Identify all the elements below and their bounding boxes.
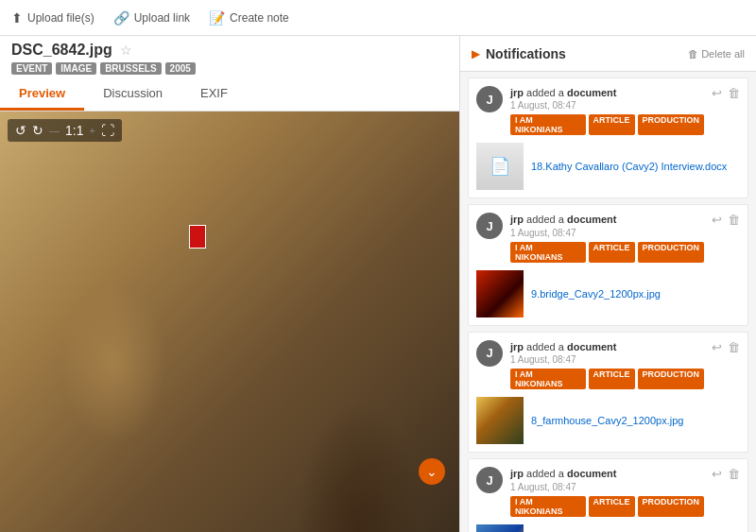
notif-tag-nikon[interactable]: I AM NIKONIANS xyxy=(510,369,586,389)
tag-event[interactable]: EVENT xyxy=(11,62,52,75)
avatar: J xyxy=(476,340,503,367)
notification-item: J jrp added a document 1 August, 08:47 I… xyxy=(468,204,748,325)
notif-tag-article[interactable]: ARTICLE xyxy=(589,369,635,389)
delete-notif-icon[interactable]: 🗑 xyxy=(728,86,740,100)
file-name-link[interactable]: 18.Kathy Cavallaro (Cavy2) Interview.doc… xyxy=(531,161,727,172)
favorite-star-icon[interactable]: ☆ xyxy=(120,43,132,58)
notif-tags: I AM NIKONIANS ARTICLE PRODUCTION xyxy=(510,114,704,135)
tab-discussion[interactable]: Discussion xyxy=(84,78,181,111)
photo-overlay xyxy=(0,112,459,532)
file-preview: 9.bridge_Cavy2_1200px.jpg xyxy=(476,270,740,317)
rotate-right-icon[interactable]: ↻ xyxy=(32,123,43,138)
reply-icon[interactable]: ↩ xyxy=(712,340,722,354)
image-viewer: ↺ ↻ — 1:1 + ⛶ ⌄ Author bgs Date shared 1… xyxy=(0,112,459,532)
notif-time: 1 August, 08:47 xyxy=(510,354,704,365)
file-name-link[interactable]: 8_farmhouse_Cavy2_1200px.jpg xyxy=(531,415,683,426)
notif-text: jrp added a document xyxy=(510,467,704,481)
file-thumbnail: 📄 xyxy=(476,143,524,190)
upload-files-icon: ⬆ xyxy=(11,10,23,26)
tag-brussels[interactable]: BRUSSELS xyxy=(100,62,161,75)
notif-text: jrp added a document xyxy=(510,86,704,100)
notifications-list: J jrp added a document 1 August, 08:47 I… xyxy=(460,72,756,532)
file-tags: EVENT IMAGE BRUSSELS 2005 xyxy=(11,62,448,75)
file-title: DSC_6842.jpg xyxy=(11,42,112,59)
delete-all-button[interactable]: 🗑 Delete all xyxy=(688,48,745,60)
notif-tags: I AM NIKONIANS ARTICLE PRODUCTION xyxy=(510,242,704,263)
notifications-header: ▶ Notifications 🗑 Delete all xyxy=(460,36,756,72)
file-name-link[interactable]: 9.bridge_Cavy2_1200px.jpg xyxy=(531,288,661,300)
tab-preview[interactable]: Preview xyxy=(0,78,84,111)
tag-image[interactable]: IMAGE xyxy=(56,62,96,75)
notif-tag-production[interactable]: PRODUCTION xyxy=(638,242,705,263)
tab-exif[interactable]: EXIF xyxy=(181,78,247,111)
file-thumbnail xyxy=(476,524,524,532)
delete-notif-icon[interactable]: 🗑 xyxy=(728,467,740,481)
red-sign xyxy=(189,225,206,249)
right-panel: ▶ Notifications 🗑 Delete all J jrp added… xyxy=(460,36,756,532)
file-preview: 7.sunrise_Cavy2_1200px.jpg xyxy=(476,524,740,532)
delete-all-icon: 🗑 xyxy=(688,48,698,60)
notif-tag-nikon[interactable]: I AM NIKONIANS xyxy=(510,496,586,517)
notif-tag-production[interactable]: PRODUCTION xyxy=(638,369,705,389)
notification-item: J jrp added a document 1 August, 08:47 I… xyxy=(468,458,748,532)
notif-tag-production[interactable]: PRODUCTION xyxy=(638,114,705,135)
reply-icon[interactable]: ↩ xyxy=(712,213,722,227)
main-layout: DSC_6842.jpg ☆ EVENT IMAGE BRUSSELS 2005… xyxy=(0,36,756,532)
file-thumbnail xyxy=(476,270,524,317)
photo-background: ↺ ↻ — 1:1 + ⛶ ⌄ xyxy=(0,112,459,532)
notif-text: jrp added a document xyxy=(510,213,704,227)
notif-time: 1 August, 08:47 xyxy=(510,482,704,492)
notif-tag-article[interactable]: ARTICLE xyxy=(589,242,635,263)
avatar: J xyxy=(476,213,503,239)
tabs: Preview Discussion EXIF xyxy=(0,78,459,112)
notif-tags: I AM NIKONIANS ARTICLE PRODUCTION xyxy=(510,496,704,517)
upload-link-button[interactable]: 🔗 Upload link xyxy=(113,10,190,26)
file-preview: 8_farmhouse_Cavy2_1200px.jpg xyxy=(476,397,740,444)
rotate-left-icon[interactable]: ↺ xyxy=(15,123,26,138)
notif-tag-article[interactable]: ARTICLE xyxy=(589,496,635,517)
file-header: DSC_6842.jpg ☆ EVENT IMAGE BRUSSELS 2005 xyxy=(0,36,459,78)
upload-link-icon: 🔗 xyxy=(113,10,129,26)
fullscreen-icon[interactable]: ⛶ xyxy=(101,123,114,138)
notif-title-row: ▶ Notifications xyxy=(472,46,566,61)
reply-icon[interactable]: ↩ xyxy=(712,467,722,481)
tag-2005[interactable]: 2005 xyxy=(165,62,196,75)
create-note-button[interactable]: 📝 Create note xyxy=(209,10,289,26)
delete-notif-icon[interactable]: 🗑 xyxy=(728,213,740,227)
avatar: J xyxy=(476,467,503,493)
notif-time: 1 August, 08:47 xyxy=(510,100,704,111)
notif-tag-article[interactable]: ARTICLE xyxy=(589,114,635,135)
main-toolbar: ⬆ Upload file(s) 🔗 Upload link 📝 Create … xyxy=(0,0,756,36)
viewer-controls: ↺ ↻ — 1:1 + ⛶ xyxy=(8,119,122,142)
left-panel: DSC_6842.jpg ☆ EVENT IMAGE BRUSSELS 2005… xyxy=(0,36,460,532)
upload-files-button[interactable]: ⬆ Upload file(s) xyxy=(11,10,94,26)
notification-item: J jrp added a document 1 August, 08:47 I… xyxy=(468,77,748,198)
notifications-title: Notifications xyxy=(486,46,566,61)
notif-tags: I AM NIKONIANS ARTICLE PRODUCTION xyxy=(510,369,704,389)
create-note-icon: 📝 xyxy=(209,10,225,26)
delete-notif-icon[interactable]: 🗑 xyxy=(728,340,740,354)
file-preview: 📄 18.Kathy Cavallaro (Cavy2) Interview.d… xyxy=(476,143,740,190)
notification-item: J jrp added a document 1 August, 08:47 I… xyxy=(468,332,748,453)
notif-tag-nikon[interactable]: I AM NIKONIANS xyxy=(510,242,586,263)
notif-text: jrp added a document xyxy=(510,340,704,354)
scroll-down-button[interactable]: ⌄ xyxy=(419,458,445,485)
notif-tag-production[interactable]: PRODUCTION xyxy=(638,496,705,517)
avatar: J xyxy=(476,86,503,112)
zoom-out-icon[interactable]: 1:1 xyxy=(65,123,83,138)
notif-time: 1 August, 08:47 xyxy=(510,228,704,238)
file-thumbnail xyxy=(476,397,524,444)
notif-collapse-icon[interactable]: ▶ xyxy=(472,47,480,60)
notif-tag-nikon[interactable]: I AM NIKONIANS xyxy=(510,114,586,135)
reply-icon[interactable]: ↩ xyxy=(712,86,722,100)
